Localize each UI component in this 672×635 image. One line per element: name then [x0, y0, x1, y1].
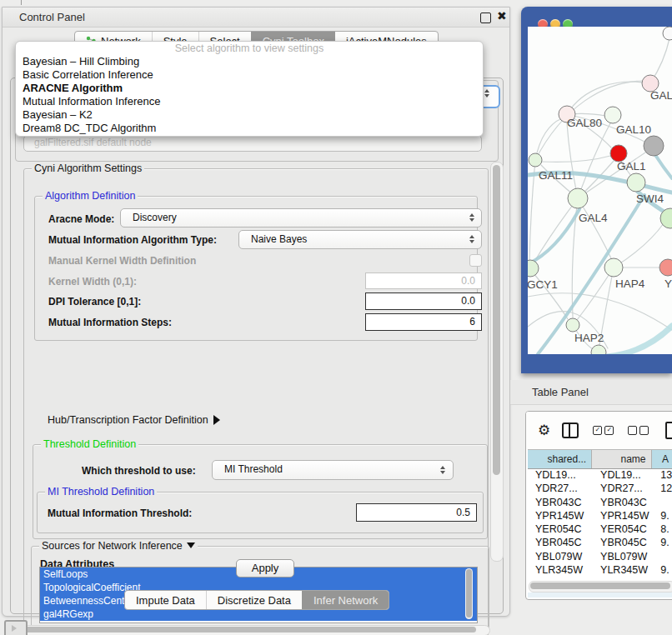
table-cell: 9.: [653, 577, 672, 579]
network-edge: [534, 198, 578, 262]
checked-boxes-icon[interactable]: ✓✓: [590, 426, 614, 435]
table-row[interactable]: YIL052CYIL052C9.: [528, 577, 672, 579]
expand-right-icon: [213, 415, 220, 425]
table-cell: YBL079W: [528, 550, 593, 563]
table-cell: 12: [653, 482, 672, 495]
aracne-mode-combobox[interactable]: Discovery: [120, 208, 482, 228]
algorithm-popup-item[interactable]: Dream8 DC_TDC Algorithm: [16, 122, 483, 135]
table-panel-titlebar: Table Panel: [510, 380, 672, 405]
table-row[interactable]: YER054CYER054C8.: [528, 522, 672, 536]
dpi-tolerance-field[interactable]: 0.0: [365, 292, 482, 310]
collapse-panel-button[interactable]: [4, 620, 28, 635]
table-cell: 13: [653, 468, 672, 482]
table-cell: YBR043C: [593, 496, 653, 509]
algorithm-popup-item[interactable]: Bayesian – Hill Climbing: [16, 55, 483, 68]
network-node[interactable]: [604, 258, 623, 277]
network-edge: [535, 118, 562, 160]
cyni-algorithm-settings-title: Cyni Algorithm Settings: [32, 162, 144, 174]
dpi-tolerance-label: DPI Tolerance [0,1]:: [48, 296, 141, 308]
table-cell: YPR145W: [593, 509, 653, 522]
close-icon[interactable]: ✖: [497, 9, 507, 22]
algorithm-popup-item[interactable]: Basic Correlation Inference: [16, 68, 483, 82]
sources-title[interactable]: Sources for Network Inference: [39, 540, 198, 552]
column-header-a[interactable]: A: [652, 450, 672, 468]
mi-type-label: Mutual Information Algorithm Type:: [48, 234, 217, 246]
network-node-label: GCY1: [528, 278, 558, 291]
table-row[interactable]: YPR145WYPR145W9.: [528, 509, 672, 522]
algorithm-popup: Select algorithm to view settings Bayesi…: [15, 41, 484, 137]
table-row[interactable]: YLR345WYLR345W9.: [528, 563, 672, 577]
network-node[interactable]: [659, 259, 672, 276]
table-footer-strip: [528, 592, 672, 598]
gear-icon[interactable]: ⚙: [538, 422, 550, 439]
network-node[interactable]: [566, 318, 579, 332]
network-edge: [655, 155, 672, 178]
mi-threshold-definition-group: MI Threshold Definition Mutual Informati…: [37, 492, 484, 533]
mi-steps-field[interactable]: 6: [365, 313, 482, 331]
mi-type-combobox[interactable]: Naive Bayes: [238, 230, 482, 249]
network-edge: [607, 326, 672, 354]
algorithm-popup-item[interactable]: Bayesian – K2: [16, 108, 483, 122]
manual-kernel-label: Manual Kernel Width Definition: [48, 255, 196, 267]
network-node[interactable]: [529, 153, 542, 167]
which-threshold-combobox[interactable]: MI Threshold: [212, 460, 454, 480]
table-row[interactable]: YBR043CYBR043C: [528, 496, 672, 509]
table-cell: YLR345W: [528, 563, 593, 577]
tab-impute-data[interactable]: Impute Data: [125, 591, 206, 609]
network-node-label: SWI4: [636, 192, 664, 205]
document-icon[interactable]: [665, 422, 672, 439]
algorithm-popup-item[interactable]: ARACNE Algorithm: [16, 82, 483, 95]
table-toolbar: ⚙✓✓: [526, 412, 672, 449]
table-cell: [653, 496, 672, 509]
tab-infer-network[interactable]: Infer Network: [302, 591, 389, 609]
settings-vscrollbar[interactable]: [490, 162, 504, 562]
float-window-icon[interactable]: [480, 12, 491, 23]
network-node[interactable]: [610, 145, 627, 162]
table-hscrollbar[interactable]: [529, 581, 672, 592]
split-columns-icon[interactable]: [562, 422, 579, 438]
table-row[interactable]: YDR27...YDR27...12: [528, 482, 672, 495]
attributes-list-scrollbar[interactable]: [465, 568, 473, 619]
apply-button[interactable]: Apply: [236, 559, 294, 578]
network-node[interactable]: [663, 27, 672, 40]
top-edge-tick: [21, 0, 22, 5]
network-node-label: GAL80: [567, 117, 602, 129]
aracne-mode-value: Discovery: [133, 212, 177, 223]
table-cell: YIL052C: [528, 577, 593, 579]
tab-discretize-data[interactable]: Discretize Data: [206, 591, 302, 609]
mi-threshold-field[interactable]: 0.5: [356, 503, 477, 522]
network-node[interactable]: [568, 188, 588, 208]
table-data-combobox[interactable]: galFiltered.sif default node: [23, 135, 482, 152]
column-header-name[interactable]: name: [592, 450, 651, 468]
table-cell: 9.: [653, 509, 672, 522]
table-row[interactable]: YBL079WYBL079W: [528, 550, 672, 563]
network-node[interactable]: [627, 173, 645, 192]
network-node-label: GAL1: [617, 160, 646, 172]
table-cell: YPR145W: [528, 509, 593, 522]
hub-definition-expander[interactable]: Hub/Transcription Factor Definition: [48, 414, 220, 426]
algorithm-popup-placeholder: Select algorithm to view settings: [16, 42, 483, 55]
network-node-label: GAL: [650, 89, 672, 102]
algorithm-popup-item[interactable]: Mutual Information Inference: [16, 95, 483, 108]
table-panel-title: Table Panel: [532, 386, 589, 398]
table-row[interactable]: YDL19...YDL19...13: [528, 468, 672, 482]
network-node-label: HAP4: [615, 278, 645, 290]
network-node[interactable]: [591, 345, 606, 354]
kernel-width-field[interactable]: 0.0: [365, 272, 482, 289]
network-node[interactable]: [604, 107, 621, 123]
table-row[interactable]: YBR045CYBR045C9.: [528, 536, 672, 549]
manual-kernel-checkbox[interactable]: [469, 254, 482, 267]
table-cell: YIL052C: [593, 577, 653, 579]
column-header-shared[interactable]: shared...: [528, 450, 592, 468]
tab-label: Discretize Data: [218, 594, 291, 607]
network-node[interactable]: [528, 260, 539, 277]
table-header-row: shared...nameA: [528, 449, 672, 469]
cyni-toolbox-page: galFiltered.sif default node Cyni Algori…: [10, 78, 504, 614]
network-node[interactable]: [644, 136, 664, 156]
mi-steps-label: Mutual Information Steps:: [48, 317, 172, 328]
unchecked-boxes-icon[interactable]: [625, 426, 649, 435]
settings-hscrollbar[interactable]: [22, 625, 490, 635]
table-cell: YDR27...: [528, 482, 593, 495]
network-canvas[interactable]: GALGAL80GAL10GAL1GAL11SWI4GAL4GCY1HAP4YH…: [528, 27, 672, 354]
algorithm-definition-group: Algorithm Definition Aracne Mode: Discov…: [34, 196, 478, 341]
